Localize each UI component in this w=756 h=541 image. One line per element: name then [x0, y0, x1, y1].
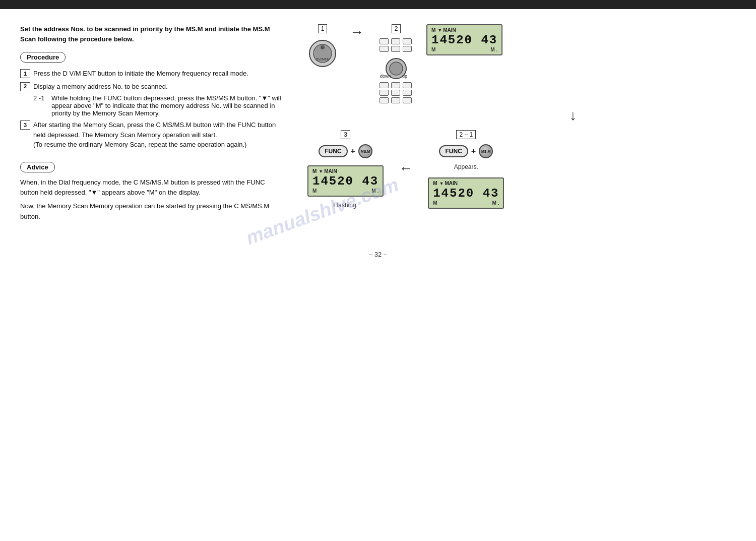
lcd2-main: 14520 43	[433, 187, 499, 200]
step-num-2: 2	[20, 82, 30, 91]
step-text-1: Press the D V/M ENT button to initiate t…	[33, 69, 248, 79]
diagram-step3: 3 FUNC + MS.M M ▼ MAIN	[307, 130, 384, 209]
func-button-3: FUNC	[319, 145, 347, 157]
lcd-display-1: M ▼ MAIN 14520 43 MM .	[426, 24, 502, 55]
right-column: 1 DV/MEN → 2	[297, 24, 736, 225]
svg-point-5	[390, 62, 403, 75]
step-text-3: After starting the Memory Scan, press th…	[33, 120, 282, 150]
step1-label: 1	[318, 24, 328, 33]
lcd2-top: M ▼ MAIN	[433, 181, 499, 186]
svg-text:down: down	[380, 74, 391, 79]
left-column: Set the address Nos. to be scanned in pr…	[20, 24, 282, 225]
top-bar	[0, 0, 756, 9]
step-num-2-1: 2 -1	[33, 94, 51, 102]
page-number: – 32 –	[0, 251, 756, 258]
lcd1-main: 14520 43	[431, 33, 497, 47]
procedure-badge: Procedure	[20, 52, 66, 63]
down-arrow-icon: ↓	[570, 108, 577, 123]
lcd3-main: 14520 43	[312, 174, 379, 188]
advice-badge: Advice	[20, 162, 55, 172]
lcd3-bottom: MM .	[312, 188, 379, 194]
step-text-2-1: While holding the FUNC button depressed,…	[51, 94, 282, 117]
advice-text-2: Now, the Memory Scan Memory operation ca…	[20, 201, 282, 222]
diagrams-bottom-row: 3 FUNC + MS.M M ▼ MAIN	[307, 130, 504, 209]
dvm-knob-icon: DV/MEN	[307, 38, 338, 69]
lcd-display-3: M ▼ MAIN 14520 43 MM .	[307, 165, 384, 197]
step-3: 3 After starting the Memory Scan, press …	[20, 120, 282, 150]
tuning-knob-icon: down up	[376, 54, 416, 80]
lcd3-top: M ▼ MAIN	[312, 168, 379, 174]
svg-text:DV/MEN: DV/MEN	[316, 57, 330, 61]
appears-label: Appears.	[454, 163, 478, 170]
arrow-down-container: ↓	[570, 108, 577, 123]
arrow-3-to-2-1: ←	[399, 130, 413, 176]
step2-label: 2	[392, 24, 401, 33]
diagram-step2-1: 2 – 1 FUNC + MS.M Appears. M ▼	[428, 130, 504, 209]
ms-knob-2-1: MS.M	[479, 144, 493, 158]
svg-point-2	[321, 45, 325, 49]
diagram-step1: 1 DV/MEN	[307, 24, 338, 69]
advice-text-1: When, in the Dial frequency mode, the C …	[20, 177, 282, 199]
step-2-1: 2 -1 While holding the FUNC button depre…	[33, 94, 282, 117]
lcd2-bottom: MM .	[433, 200, 499, 206]
step-1: 1 Press the D V/M ENT button to initiate…	[20, 69, 282, 79]
plus-sign-2-1: +	[471, 147, 476, 156]
step-num-1: 1	[20, 69, 30, 78]
flashing-label: Flashing.	[333, 202, 358, 209]
lcd1-top: M ▼ MAIN	[431, 27, 497, 33]
plus-sign-3: +	[351, 147, 355, 156]
step-text-2: Display a memory address No. to be scann…	[33, 82, 168, 92]
diagrams-top-row: 1 DV/MEN → 2	[307, 24, 502, 103]
step3-label: 3	[341, 130, 350, 139]
step2-1-label: 2 – 1	[456, 130, 476, 139]
arrow-1-to-2: →	[350, 24, 364, 40]
func-button-2-1: FUNC	[439, 145, 468, 157]
diagram-lcd-step2: M ▼ MAIN 14520 43 MM .	[426, 24, 502, 55]
intro-text: Set the address Nos. to be scanned in pr…	[20, 24, 282, 44]
ms-knob-3: MS.M	[358, 144, 372, 158]
step-2: 2 Display a memory address No. to be sca…	[20, 82, 282, 92]
step-list: 1 Press the D V/M ENT button to initiate…	[20, 69, 282, 150]
lcd1-bottom: MM .	[431, 47, 497, 52]
svg-text:up: up	[402, 74, 407, 79]
diagram-step2: 2 down up	[376, 24, 416, 103]
lcd-display-2: M ▼ MAIN 14520 43 MM .	[428, 177, 504, 209]
step-num-3: 3	[20, 121, 30, 130]
